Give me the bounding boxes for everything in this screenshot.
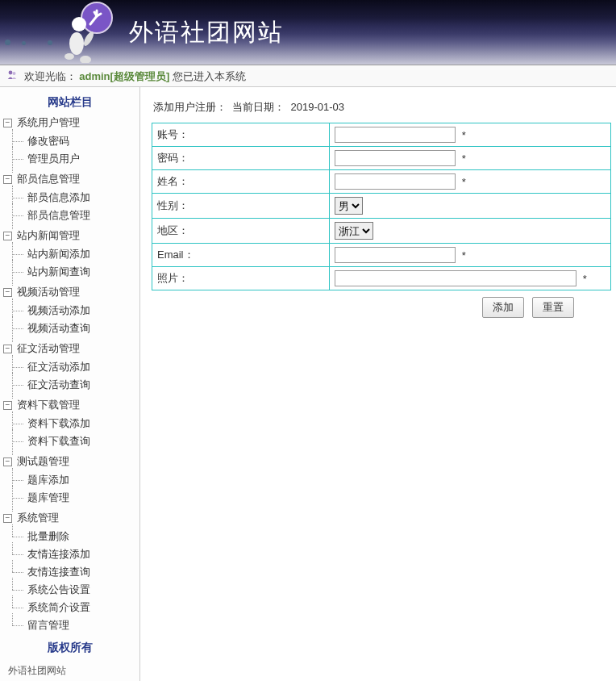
nav-category-label: 视频活动管理 [17, 285, 80, 299]
reset-button[interactable]: 重置 [532, 297, 574, 318]
welcome-role: [超级管理员] [110, 70, 170, 82]
nav-item[interactable]: 部员信息添加 [0, 189, 139, 207]
select-gender[interactable]: 男 [335, 197, 363, 215]
nav-item[interactable]: 管理员用户 [0, 150, 139, 168]
input-email[interactable] [335, 247, 456, 263]
label-photo: 照片： [152, 267, 330, 290]
nav-item-label: 系统公告设置 [27, 583, 90, 597]
tree-collapse-icon[interactable]: − [3, 401, 12, 410]
nav-item[interactable]: 修改密码 [0, 132, 139, 150]
select-region[interactable]: 浙江 [335, 222, 373, 240]
svg-point-7 [13, 72, 16, 75]
tree-collapse-icon[interactable]: − [3, 514, 12, 523]
user-form-table: 账号： * 密码： * 姓名： * [152, 123, 611, 290]
tree-collapse-icon[interactable]: − [3, 232, 12, 240]
tree-guide-icon [10, 249, 27, 260]
nav-item-label: 管理员用户 [27, 152, 80, 166]
nav-item[interactable]: 征文活动查询 [0, 376, 139, 394]
nav-item[interactable]: 留言管理 [0, 616, 139, 634]
nav-item[interactable]: 系统公告设置 [0, 581, 139, 599]
nav-item-label: 题库添加 [27, 473, 69, 487]
nav-category[interactable]: −站内新闻管理 [0, 226, 139, 245]
tree-guide-icon [10, 361, 27, 373]
nav-category-label: 系统用户管理 [17, 115, 80, 130]
tree-guide-icon [10, 531, 27, 542]
tree-guide-icon [10, 474, 27, 486]
nav-item-label: 资料下载添加 [27, 416, 90, 431]
welcome-prefix: 欢迎光临： [24, 70, 77, 82]
nav-item-label: 友情连接查询 [27, 565, 90, 579]
nav-category[interactable]: −资料下载管理 [0, 395, 139, 415]
sidebar-heading-columns: 网站栏目 [0, 90, 139, 113]
nav-tree: −系统用户管理修改密码管理员用户−部员信息管理部员信息添加部员信息管理−站内新闻… [0, 113, 139, 636]
nav-item-label: 修改密码 [27, 134, 69, 148]
tree-guide-icon [10, 153, 27, 165]
tree-guide-icon [10, 566, 27, 578]
nav-item-label: 题库管理 [27, 491, 69, 505]
nav-item[interactable]: 部员信息管理 [0, 207, 139, 224]
nav-category[interactable]: −系统用户管理 [0, 113, 139, 132]
tree-guide-icon [10, 549, 27, 560]
nav-category[interactable]: −测试题管理 [0, 452, 139, 471]
nav-item[interactable]: 视频活动添加 [0, 302, 139, 320]
tree-collapse-icon[interactable]: − [3, 345, 12, 353]
nav-item-label: 留言管理 [27, 618, 69, 633]
page-title: 添加用户注册： 当前日期： 2019-01-03 [152, 97, 611, 123]
nav-category-label: 部员信息管理 [17, 172, 80, 186]
label-account: 账号： [152, 123, 330, 147]
tree-guide-icon [10, 136, 27, 147]
nav-item[interactable]: 友情连接添加 [0, 545, 139, 563]
required-password: * [459, 152, 466, 165]
nav-item-label: 站内新闻添加 [27, 247, 90, 261]
nav-item[interactable]: 视频活动查询 [0, 320, 139, 337]
button-row: 添加 重置 [152, 290, 611, 318]
input-account[interactable] [335, 127, 456, 143]
tree-guide-icon [10, 323, 27, 334]
nav-item[interactable]: 站内新闻查询 [0, 263, 139, 281]
tree-guide-icon [10, 602, 27, 613]
svg-point-4 [80, 56, 91, 63]
sidebar-heading-copyright: 版权所有 [0, 636, 139, 658]
nav-item-label: 友情连接添加 [27, 547, 90, 562]
nav-item[interactable]: 站内新闻添加 [0, 245, 139, 263]
svg-point-2 [69, 32, 84, 55]
nav-item[interactable]: 批量删除 [0, 528, 139, 545]
nav-item[interactable]: 友情连接查询 [0, 563, 139, 581]
nav-item-label: 批量删除 [27, 529, 69, 544]
app-header: 外语社团网站 [0, 0, 616, 65]
tree-collapse-icon[interactable]: − [3, 457, 12, 466]
tree-guide-icon [10, 210, 27, 221]
nav-category[interactable]: −视频活动管理 [0, 282, 139, 302]
tree-guide-icon [10, 418, 27, 429]
label-email: Email： [152, 244, 330, 267]
sidebar-footer: 外语社团网站 开发日期：2019-01-03 联系电话：xxxxxxx [0, 658, 139, 681]
tree-collapse-icon[interactable]: − [3, 119, 12, 127]
nav-item-label: 部员信息添加 [27, 190, 90, 205]
nav-category-label: 征文活动管理 [17, 341, 80, 356]
tree-guide-icon [10, 266, 27, 278]
nav-item[interactable]: 资料下载查询 [0, 432, 139, 450]
nav-item[interactable]: 征文活动添加 [0, 358, 139, 376]
nav-category[interactable]: −部员信息管理 [0, 169, 139, 189]
tree-collapse-icon[interactable]: − [3, 175, 12, 184]
nav-item[interactable]: 系统简介设置 [0, 599, 139, 616]
required-email: * [459, 249, 466, 261]
required-photo: * [580, 273, 587, 285]
tree-guide-icon [10, 192, 27, 203]
welcome-suffix: 您已进入本系统 [173, 70, 246, 82]
input-password[interactable] [335, 150, 456, 166]
tree-guide-icon [10, 620, 27, 631]
nav-item[interactable]: 资料下载添加 [0, 415, 139, 432]
nav-category[interactable]: −系统管理 [0, 508, 139, 528]
nav-category[interactable]: −征文活动管理 [0, 339, 139, 358]
required-name: * [459, 176, 466, 188]
svg-point-3 [65, 53, 74, 60]
nav-item-label: 视频活动添加 [27, 303, 90, 318]
nav-item[interactable]: 题库管理 [0, 489, 139, 507]
input-photo[interactable] [335, 270, 576, 286]
input-name[interactable] [335, 173, 456, 190]
tree-guide-icon [10, 584, 27, 595]
add-button[interactable]: 添加 [482, 297, 524, 318]
nav-item[interactable]: 题库添加 [0, 471, 139, 489]
tree-collapse-icon[interactable]: − [3, 288, 12, 297]
